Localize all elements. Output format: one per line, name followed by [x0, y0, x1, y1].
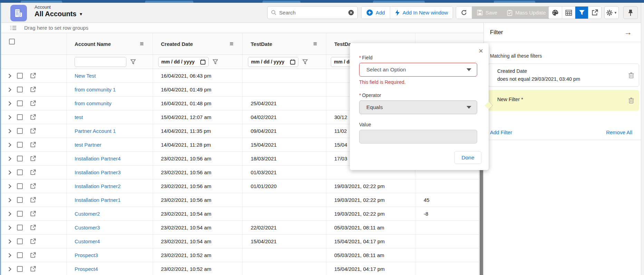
add-filter-link[interactable]: Add Filter [490, 129, 512, 135]
filter-chip-editing[interactable]: New Filter * [488, 90, 639, 111]
open-in-new-tab-button[interactable] [588, 7, 601, 19]
collapse-panel-icon[interactable]: → [624, 28, 632, 37]
expand-row-icon[interactable] [8, 184, 11, 189]
open-record-icon[interactable] [30, 156, 36, 161]
open-record-icon[interactable] [30, 211, 36, 217]
row-checkbox[interactable] [17, 142, 23, 148]
trash-icon[interactable] [628, 97, 634, 104]
column-header-account-name[interactable]: Account Name ≡ [67, 33, 153, 55]
settings-button[interactable]: ▼ [604, 6, 619, 19]
created-date-filter-input[interactable]: mm / dd / yyyy [158, 57, 209, 67]
row-checkbox[interactable] [17, 225, 23, 230]
row-checkbox[interactable] [17, 238, 23, 244]
expand-row-icon[interactable] [8, 225, 11, 230]
open-record-icon[interactable] [30, 225, 36, 230]
expand-row-icon[interactable] [8, 198, 11, 203]
account-name-link[interactable]: Prospect3 [75, 252, 98, 258]
row-checkbox[interactable] [17, 87, 23, 92]
row-checkbox[interactable] [17, 266, 23, 272]
operator-select[interactable]: Equals [359, 100, 477, 114]
expand-row-icon[interactable] [8, 253, 11, 258]
funnel-icon[interactable] [302, 59, 308, 65]
expand-row-icon[interactable] [8, 267, 11, 272]
trash-icon[interactable] [628, 72, 634, 78]
account-name-link[interactable]: Installation Partner3 [75, 169, 121, 175]
account-name-filter-input[interactable] [75, 57, 126, 67]
expand-row-icon[interactable] [8, 73, 11, 78]
account-name-link[interactable]: from community [75, 100, 112, 106]
expand-row-icon[interactable] [8, 212, 11, 216]
funnel-icon[interactable] [131, 59, 136, 65]
save-button[interactable]: Save [472, 7, 502, 19]
account-name-link[interactable]: Customer3 [75, 225, 100, 230]
row-checkbox[interactable] [17, 252, 23, 258]
account-name-link[interactable]: test Partner [75, 142, 102, 148]
funnel-icon[interactable] [213, 59, 218, 65]
browser-scrollbar[interactable] [641, 3, 644, 275]
remove-all-link[interactable]: Remove All [606, 129, 632, 135]
row-checkbox[interactable] [17, 128, 23, 134]
search-input[interactable] [279, 10, 348, 16]
pin-button[interactable] [623, 6, 638, 19]
account-name-link[interactable]: Installation Partner1 [75, 197, 121, 203]
row-checkbox[interactable] [17, 169, 23, 175]
expand-row-icon[interactable] [8, 239, 11, 244]
account-name-link[interactable]: Prospect4 [75, 266, 98, 272]
open-record-icon[interactable] [30, 266, 36, 272]
add-in-new-window-button[interactable]: Add In New window [390, 7, 453, 19]
account-name-link[interactable]: test [75, 114, 83, 120]
filter-chip[interactable]: Created Datedoes not equal 29/03/2021, 0… [488, 63, 639, 87]
row-checkbox[interactable] [17, 114, 23, 120]
row-checkbox[interactable] [17, 197, 23, 203]
expand-row-icon[interactable] [8, 156, 11, 161]
account-name-link[interactable]: Customer4 [75, 238, 100, 244]
expand-row-icon[interactable] [8, 170, 11, 175]
open-record-icon[interactable] [30, 183, 36, 189]
row-group-dropzone[interactable]: Drag here to set row groups [1, 23, 483, 33]
expand-row-icon[interactable] [8, 129, 11, 134]
columns-button[interactable] [562, 7, 575, 19]
row-checkbox[interactable] [17, 100, 23, 106]
column-header-testdate[interactable]: TestDate ≡ [243, 33, 326, 55]
testdate-filter-input[interactable]: mm / dd / yyyy [248, 57, 298, 67]
open-record-icon[interactable] [30, 142, 36, 148]
clear-search-icon[interactable] [348, 9, 354, 16]
account-name-link[interactable]: New Test [75, 73, 96, 79]
open-record-icon[interactable] [30, 100, 36, 106]
account-name-link[interactable]: Installation Partner4 [75, 156, 121, 161]
row-checkbox[interactable] [17, 73, 23, 79]
open-record-icon[interactable] [30, 128, 36, 134]
column-menu-icon[interactable]: ≡ [230, 40, 233, 48]
expand-row-icon[interactable] [8, 143, 11, 147]
account-name-link[interactable]: Installation Partner2 [75, 183, 121, 189]
column-menu-icon[interactable]: ≡ [140, 40, 144, 48]
mass-update-button[interactable]: Mass Update [502, 7, 550, 19]
open-record-icon[interactable] [30, 87, 36, 92]
account-name-link[interactable]: from community 1 [75, 87, 116, 92]
column-header-created-date[interactable]: Created Date ≡ [153, 33, 243, 55]
calendar-icon[interactable] [200, 59, 205, 65]
row-checkbox[interactable] [17, 211, 23, 217]
add-button[interactable]: Add [362, 7, 390, 19]
open-record-icon[interactable] [30, 169, 36, 175]
scrollbar-thumb[interactable] [480, 168, 483, 275]
open-record-icon[interactable] [30, 114, 36, 120]
filter-toggle-button[interactable] [575, 7, 588, 19]
field-select[interactable]: Select an Option [359, 63, 477, 77]
view-selector[interactable]: All Accounts ▼ [35, 10, 83, 18]
refresh-button[interactable] [456, 7, 472, 19]
open-record-icon[interactable] [30, 238, 36, 244]
column-menu-icon[interactable]: ≡ [313, 40, 317, 48]
expand-row-icon[interactable] [8, 115, 11, 120]
value-input[interactable] [359, 130, 477, 144]
open-record-icon[interactable] [30, 252, 36, 258]
select-all-checkbox[interactable] [9, 39, 15, 45]
theme-palette-button[interactable] [549, 7, 562, 19]
done-button[interactable]: Done [454, 151, 481, 164]
open-record-icon[interactable] [30, 197, 36, 203]
account-name-link[interactable]: Partner Account 1 [75, 128, 116, 134]
account-name-link[interactable]: Customer2 [75, 211, 100, 217]
close-icon[interactable]: × [479, 47, 483, 55]
open-record-icon[interactable] [30, 73, 36, 79]
calendar-icon[interactable] [290, 59, 295, 65]
